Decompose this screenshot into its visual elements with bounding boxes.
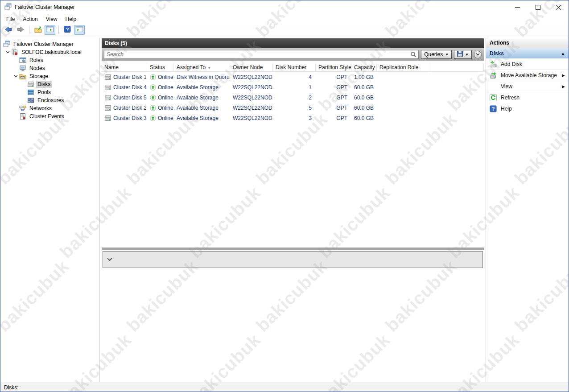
action-move-available-storage[interactable]: Move Available Storage▶ <box>486 70 569 81</box>
help-button[interactable]: ? <box>62 25 73 35</box>
tree-item-storage[interactable]: Storage <box>0 72 99 80</box>
tree-item-nodes[interactable]: Nodes <box>0 64 99 72</box>
disk-number-cell: 5 <box>273 105 316 111</box>
svg-text:?: ? <box>492 106 495 111</box>
disk-name-cell: Cluster Disk 2 <box>102 104 147 111</box>
tree-item-roles[interactable]: Roles <box>0 56 99 64</box>
disk-assigned-to-cell: Disk Witness in Quorum <box>174 74 230 80</box>
move-storage-icon <box>490 72 497 79</box>
action-help[interactable]: ?Help <box>486 103 569 114</box>
actions-pane: Actions Disks ▲ Add DiskMove Available S… <box>486 38 569 382</box>
details-collapsed-bar[interactable] <box>103 251 483 268</box>
search-input[interactable] <box>104 51 408 58</box>
nodes-icon <box>19 65 26 72</box>
status-text: Disks: <box>4 384 19 391</box>
disk-number-cell: 2 <box>273 95 316 101</box>
status-bar: Disks: <box>0 382 569 392</box>
help-question-icon: ? <box>64 26 71 34</box>
tree-item-networks[interactable]: Networks <box>0 104 99 112</box>
tree-item-enclosures[interactable]: Enclosures <box>0 96 99 104</box>
status-online-icon <box>150 105 156 111</box>
action-pane-window-icon <box>76 26 83 34</box>
column-header-status[interactable]: Status <box>147 63 174 72</box>
cluster-disk-icon <box>104 74 111 81</box>
expand-search-options-button[interactable] <box>474 51 482 58</box>
minimize-button[interactable] <box>507 0 528 14</box>
disk-row-cluster-disk-2[interactable]: Cluster Disk 2OnlineAvailable StorageW22… <box>102 103 484 113</box>
disk-number-cell: 1 <box>273 84 316 91</box>
chevron-down-icon <box>476 53 480 56</box>
tree-item-failover-cluster-manager[interactable]: Failover Cluster Manager <box>0 40 99 48</box>
back-button[interactable] <box>3 25 14 35</box>
disk-partition-style-cell: GPT <box>316 95 351 101</box>
disk-owner-node-cell: W22SQL22NOD1 <box>230 74 273 80</box>
column-header-name[interactable]: Name <box>102 63 147 72</box>
disk-owner-node-cell: W22SQL22NOD1 <box>230 84 273 91</box>
action-label: View <box>501 83 512 90</box>
show-action-pane-button[interactable] <box>74 25 85 35</box>
action-view[interactable]: View▶ <box>486 81 569 92</box>
save-icon <box>457 51 463 58</box>
tree-item-label: Pools <box>36 89 52 96</box>
column-header-capacity[interactable]: Capacity <box>351 63 377 72</box>
tree-item-label: Disks <box>36 81 52 88</box>
disk-row-cluster-disk-5[interactable]: Cluster Disk 5OnlineAvailable StorageW22… <box>102 92 484 103</box>
disk-row-cluster-disk-1[interactable]: Cluster Disk 1OnlineDisk Witness in Quor… <box>102 72 484 82</box>
maximize-button[interactable] <box>528 0 548 14</box>
column-header-replication-role[interactable]: Replication Role <box>377 63 430 72</box>
actions-group-header[interactable]: Disks ▲ <box>486 48 569 58</box>
disks-icon <box>27 81 34 88</box>
expanded-chevron-icon[interactable] <box>4 51 11 54</box>
disk-status-cell: Online <box>147 74 174 80</box>
tree-item-solfoc-bakicubuk-local[interactable]: SOLFOC.bakicubuk.local <box>0 48 99 56</box>
queries-button[interactable]: Queries ▼ <box>421 50 452 59</box>
disk-row-cluster-disk-3[interactable]: Cluster Disk 3OnlineAvailable StorageW22… <box>102 113 484 123</box>
refresh-icon <box>490 94 497 101</box>
tree-item-pools[interactable]: Pools <box>0 88 99 96</box>
disk-assigned-to-cell: Available Storage <box>174 115 230 121</box>
column-header-disk-number[interactable]: Disk Number <box>273 63 316 72</box>
show-console-tree-button[interactable] <box>45 25 55 35</box>
disk-assigned-to-cell: Available Storage <box>174 84 230 91</box>
menu-help[interactable]: Help <box>62 15 81 23</box>
disk-status-cell: Online <box>147 105 174 111</box>
close-button[interactable] <box>548 0 569 14</box>
expanded-chevron-icon[interactable] <box>12 75 19 78</box>
tree-item-disks[interactable]: Disks <box>0 80 99 88</box>
tree-item-cluster-events[interactable]: Cluster Events <box>0 112 99 120</box>
save-query-button[interactable]: ▼ <box>454 50 472 59</box>
panel-caption: Disks (5) <box>102 38 484 48</box>
action-label: Add Disk <box>501 61 522 67</box>
results-pane: Disks (5) Queries ▼ ▼ <box>102 38 484 382</box>
collapse-group-icon[interactable]: ▲ <box>561 51 565 56</box>
actions-group-label: Disks <box>490 50 504 57</box>
disk-capacity-cell: 60.0 GB <box>351 105 377 111</box>
tree-item-label: Failover Cluster Manager <box>12 41 75 48</box>
disk-status-cell: Online <box>147 115 174 121</box>
forward-button[interactable] <box>15 25 26 35</box>
disk-number-cell: 4 <box>273 74 316 80</box>
submenu-arrow-icon: ▶ <box>562 84 565 89</box>
menu-view[interactable]: View <box>42 15 62 23</box>
tree-item-label: Networks <box>28 105 53 112</box>
disk-assigned-to-cell: Available Storage <box>174 95 230 101</box>
menu-action[interactable]: Action <box>19 15 41 23</box>
disks-table: NameStatusAssigned To▼Owner NodeDisk Num… <box>102 61 484 248</box>
networks-icon <box>19 105 26 112</box>
submenu-arrow-icon: ▶ <box>562 73 565 78</box>
column-header-assigned-to[interactable]: Assigned To▼ <box>174 63 230 72</box>
action-refresh[interactable]: Refresh <box>486 92 569 103</box>
action-label: Refresh <box>501 95 520 101</box>
table-header: NameStatusAssigned To▼Owner NodeDisk Num… <box>102 63 484 72</box>
column-header-partition-style[interactable]: Partition Style <box>316 63 351 72</box>
disk-partition-style-cell: GPT <box>316 84 351 91</box>
menu-file[interactable]: File <box>2 15 19 23</box>
action-add-disk[interactable]: Add Disk <box>486 58 569 70</box>
toolbar-separator <box>29 26 29 34</box>
tree-item-label: Enclosures <box>36 97 65 104</box>
disk-number-cell: 3 <box>273 115 316 121</box>
column-header-owner-node[interactable]: Owner Node <box>230 63 273 72</box>
disk-row-cluster-disk-4[interactable]: Cluster Disk 4OnlineAvailable StorageW22… <box>102 82 484 92</box>
action-label: Help <box>501 106 512 112</box>
export-list-button[interactable] <box>33 25 43 35</box>
